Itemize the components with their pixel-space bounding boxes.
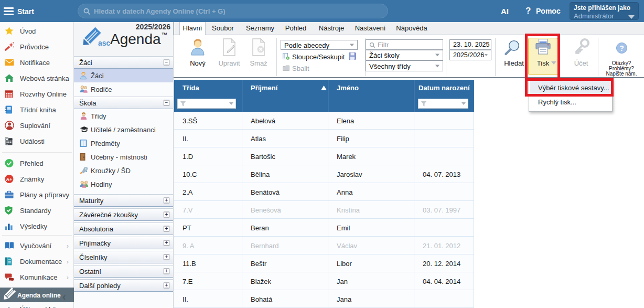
svg-text:?: ? (619, 44, 624, 52)
svg-text:A+: A+ (6, 177, 13, 182)
